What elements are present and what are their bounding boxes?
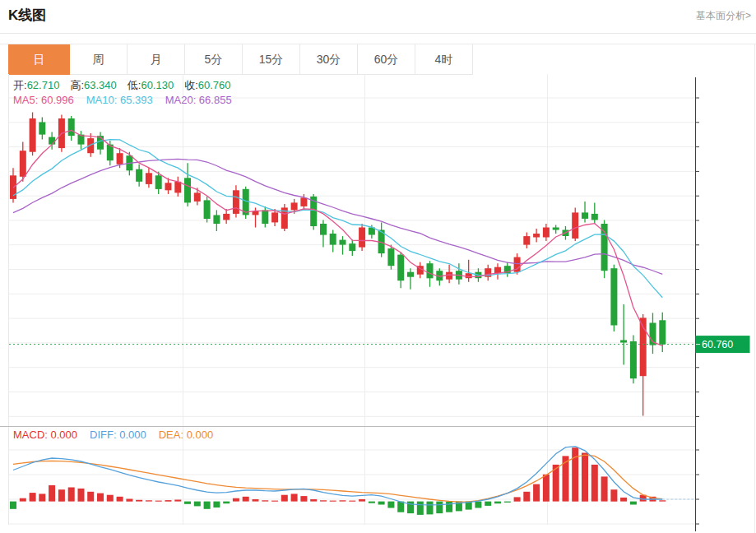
tab-month[interactable]: 月 xyxy=(128,44,185,75)
page-title: K线图 xyxy=(8,6,46,25)
tab-week[interactable]: 周 xyxy=(70,44,128,75)
macd-axis-label: -1.041 xyxy=(701,74,730,76)
price-axis: 80.66178.68276.70374.72372.74470.76468.7… xyxy=(696,74,733,531)
ma-item: MA10: 65.393 xyxy=(86,94,153,106)
macd-item: DIFF: 0.000 xyxy=(90,429,146,441)
tab-day[interactable]: 日 xyxy=(8,44,70,75)
macd-info-row: MACD: 0.000DIFF: 0.000DEA: 0.000 xyxy=(13,429,225,441)
ohlc-item: 高:63.340 xyxy=(70,78,116,93)
macd-item: DEA: 0.000 xyxy=(159,429,214,441)
tab-15min[interactable]: 15分 xyxy=(243,44,300,75)
macd-item: MACD: 0.000 xyxy=(13,429,77,441)
ohlc-item: 收:60.760 xyxy=(184,78,230,93)
tab-30min[interactable]: 30分 xyxy=(300,44,358,75)
interval-tabs: 日周月5分15分30分60分4时 xyxy=(8,44,756,75)
gridlines xyxy=(0,74,695,525)
page-right-border xyxy=(754,44,755,533)
ma-info-row: MA5: 60.996MA10: 65.393MA20: 66.855 xyxy=(13,94,244,106)
ohlc-item: 低:60.130 xyxy=(128,78,174,93)
tab-5min[interactable]: 5分 xyxy=(185,44,243,75)
kline-chart[interactable]: 80.66178.68276.70374.72372.74470.76468.7… xyxy=(0,74,756,533)
ohlc-info-row: 开:62.710高:63.340低:60.130收:60.760 xyxy=(13,78,242,93)
fundamental-analysis-link[interactable]: 基本面分析> xyxy=(696,9,751,23)
macd-histogram xyxy=(10,447,666,515)
kline-page: K线图 基本面分析> 日周月5分15分30分60分4时 80.66178.682… xyxy=(0,0,756,533)
ma-item: MA20: 66.855 xyxy=(165,94,232,106)
current-price-badge: 60.760 xyxy=(696,336,750,353)
svg-text:60.760: 60.760 xyxy=(702,339,733,350)
candlesticks xyxy=(10,113,666,416)
header-divider xyxy=(0,33,756,34)
kline-chart-canvas[interactable]: 80.66178.68276.70374.72372.74470.76468.7… xyxy=(0,74,756,533)
ma20-line xyxy=(13,159,662,274)
ohlc-item: 开:62.710 xyxy=(13,78,59,93)
interval-tabbar: 日周月5分15分30分60分4时 xyxy=(0,44,756,75)
ma-item: MA5: 60.996 xyxy=(13,94,74,106)
tab-4hour[interactable]: 4时 xyxy=(415,44,473,75)
tab-60min[interactable]: 60分 xyxy=(358,44,415,75)
